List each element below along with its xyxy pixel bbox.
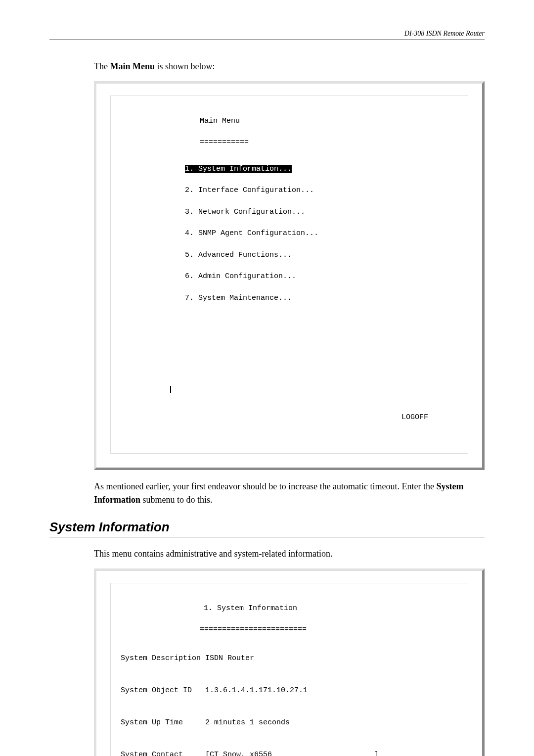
section-content: This menu contains administrative and sy… [49, 547, 485, 756]
terminal-main-menu: Main Menu =========== 1. System Informat… [94, 81, 485, 470]
mid-suffix: submenu to do this. [140, 495, 213, 505]
text-cursor [170, 386, 171, 393]
sysinfo-row[interactable]: System Contact [CT Snow, x6556 ] [121, 750, 458, 756]
terminal-divider: =========== [121, 137, 458, 148]
header-title: DI-308 ISDN Remote Router [404, 30, 485, 37]
intro-paragraph: The Main Menu is shown below: [94, 60, 485, 73]
section-desc: This menu contains administrative and sy… [94, 547, 485, 561]
intro-prefix: The [94, 61, 110, 71]
sysinfo-row: System Description ISDN Router [121, 653, 458, 664]
sysinfo-row: System Object ID 1.3.6.1.4.1.171.10.27.1 [121, 685, 458, 696]
mid-prefix: As mentioned earlier, your first endeavo… [94, 481, 437, 491]
terminal-inner: Main Menu =========== 1. System Informat… [110, 95, 468, 454]
menu-item[interactable]: 1. System Information... [121, 164, 458, 175]
cursor-line [121, 384, 458, 395]
menu-item-selected[interactable]: 1. System Information... [185, 165, 292, 173]
terminal-title: Main Menu [121, 116, 458, 127]
terminal-divider: ======================== [121, 624, 458, 635]
menu-item[interactable]: 4. SNMP Agent Configuration... [121, 228, 458, 239]
terminal-system-info: 1. System Information ==================… [94, 568, 485, 756]
menu-item[interactable]: 5. Advanced Functions... [121, 250, 458, 261]
section-rule [49, 537, 485, 537]
sysinfo-row: System Up Time 2 minutes 1 seconds [121, 717, 458, 728]
menu-item[interactable]: 6. Admin Configuration... [121, 271, 458, 282]
terminal-inner: 1. System Information ==================… [110, 583, 468, 756]
page-content: The Main Menu is shown below: Main Menu … [49, 60, 485, 507]
mid-paragraph: As mentioned earlier, your first endeavo… [94, 480, 485, 507]
logoff-button[interactable]: LOGOFF [121, 412, 458, 423]
section-heading: System Information [49, 520, 485, 535]
menu-item[interactable]: 7. System Maintenance... [121, 293, 458, 304]
menu-item[interactable]: 2. Interface Configuration... [121, 185, 458, 196]
page-header: DI-308 ISDN Remote Router [49, 30, 485, 40]
intro-suffix: is shown below: [155, 61, 215, 71]
menu-item[interactable]: 3. Network Configuration... [121, 207, 458, 218]
terminal-title: 1. System Information [121, 603, 458, 614]
intro-bold: Main Menu [110, 61, 155, 71]
